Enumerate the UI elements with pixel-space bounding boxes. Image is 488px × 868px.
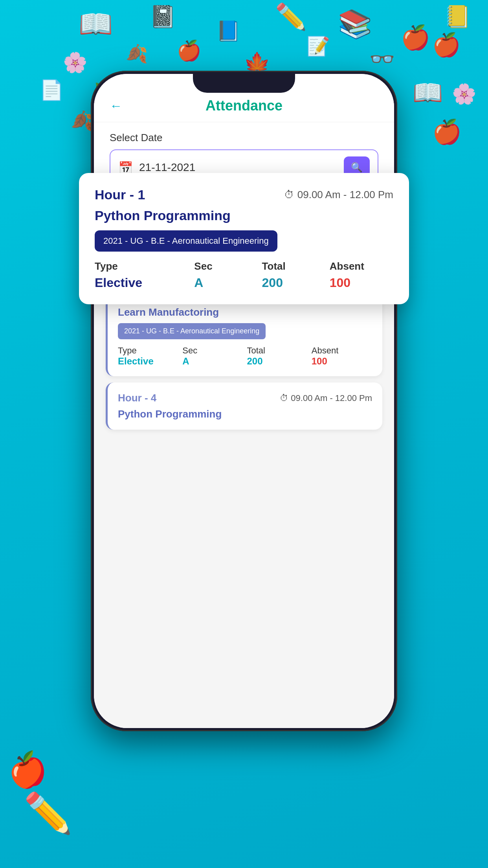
phone-notch	[193, 74, 295, 93]
hour-1-sec-col: Sec A	[194, 260, 258, 290]
phone-frame: ← Attendance Select Date 📅 21-11-2021 🔍	[91, 71, 397, 731]
deco-note1: 📄	[39, 79, 64, 101]
deco-notebook: 📓	[149, 4, 176, 29]
hour-1-label: Hour - 1	[95, 187, 145, 202]
back-button[interactable]: ←	[110, 99, 122, 113]
hour-1-absent-value: 100	[330, 276, 393, 290]
screen: ← Attendance Select Date 📅 21-11-2021 🔍	[94, 74, 394, 728]
search-icon: 🔍	[351, 162, 363, 173]
hour-3-absent-value: 100	[312, 356, 372, 367]
hour-3-absent-header: Absent	[312, 346, 372, 356]
hour-1-subject: Python Programming	[95, 208, 393, 223]
phone-inner: ← Attendance Select Date 📅 21-11-2021 🔍	[94, 74, 394, 728]
hour-1-stats: Type Elective Sec A Total 200 Absent 100	[95, 260, 393, 290]
hour-3-absent-col: Absent 100	[312, 346, 372, 367]
deco-flower2: 🌸	[452, 83, 476, 105]
hour-4-subject: Python Programming	[118, 408, 372, 420]
hour-3-sec-header: Sec	[182, 346, 243, 356]
hour-3-batch-badge: 2021 - UG - B.E - Aeronautical Engineeri…	[118, 323, 266, 339]
hour-3-total-header: Total	[247, 346, 308, 356]
hour-1-header: Hour - 1 ⏱ 09.00 Am - 12.00 Pm	[95, 187, 393, 202]
hour-4-clock-icon: ⏱	[280, 393, 288, 403]
hour-3-sec-value: A	[182, 356, 243, 367]
deco-apple1: 🍎	[401, 24, 430, 51]
deco-apple2: 🍎	[177, 39, 201, 62]
hour-1-batch-badge: 2021 - UG - B.E - Aeronautical Engineeri…	[95, 230, 277, 252]
hour-3-stats: Type Elective Sec A Total 200 Absent	[118, 346, 372, 367]
hour-1-type-value: Elective	[95, 276, 190, 290]
hour-1-absent-col: Absent 100	[330, 260, 393, 290]
hour-3-total-value: 200	[247, 356, 308, 367]
deco-open-book: 📖	[413, 79, 443, 107]
hour-4-time: ⏱ 09.00 Am - 12.00 Pm	[280, 393, 372, 403]
bottom-apple-decoration: 🍎	[3, 747, 52, 795]
hour-3-subject: Learn Manufactoring	[118, 306, 372, 318]
hour-1-clock-icon: ⏱	[284, 189, 294, 201]
hour-3-type-value: Elective	[118, 356, 178, 367]
hour-1-type-col: Type Elective	[95, 260, 190, 290]
hour-3-sec-col: Sec A	[182, 346, 243, 367]
deco-pencil: ✏️	[275, 2, 307, 32]
hour-1-total-value: 200	[262, 276, 326, 290]
deco-book2: 📚	[338, 8, 372, 40]
deco-notebook2: 📒	[444, 4, 471, 29]
deco-flower1: 🌸	[63, 51, 87, 74]
deco-notepad: 📝	[306, 35, 330, 57]
hour-4-header: Hour - 4 ⏱ 09.00 Am - 12.00 Pm	[118, 392, 372, 404]
hour-1-total-header: Total	[262, 260, 326, 272]
calendar-icon: 📅	[118, 161, 133, 175]
hour-4-label: Hour - 4	[118, 392, 156, 404]
deco-apple4: 🍎	[432, 118, 462, 146]
hour-3-total-col: Total 200	[247, 346, 308, 367]
hour-1-floating-card[interactable]: Hour - 1 ⏱ 09.00 Am - 12.00 Pm Python Pr…	[79, 173, 409, 304]
date-section-label: Select Date	[110, 132, 378, 144]
page-title: Attendance	[205, 97, 283, 114]
hour-1-sec-header: Sec	[194, 260, 258, 272]
hour-1-type-header: Type	[95, 260, 190, 272]
hour-1-sec-value: A	[194, 276, 258, 290]
deco-leaf1: 🍂	[126, 43, 148, 64]
deco-book1: 📖	[79, 8, 113, 40]
deco-heart-book: 📘	[216, 20, 240, 42]
hour-1-total-col: Total 200	[262, 260, 326, 290]
deco-apple3: 🍎	[432, 31, 460, 58]
bottom-pencil-decoration: ✏️	[24, 790, 73, 837]
hour-1-absent-header: Absent	[330, 260, 393, 272]
hour-3-type-col: Type Elective	[118, 346, 178, 367]
hour-4-card[interactable]: Hour - 4 ⏱ 09.00 Am - 12.00 Pm Python Pr…	[106, 383, 382, 430]
hour-1-time: ⏱ 09.00 Am - 12.00 Pm	[284, 189, 393, 201]
deco-glasses: 👓	[369, 47, 395, 71]
date-value: 21-11-2021	[139, 161, 338, 174]
hour-3-type-header: Type	[118, 346, 178, 356]
